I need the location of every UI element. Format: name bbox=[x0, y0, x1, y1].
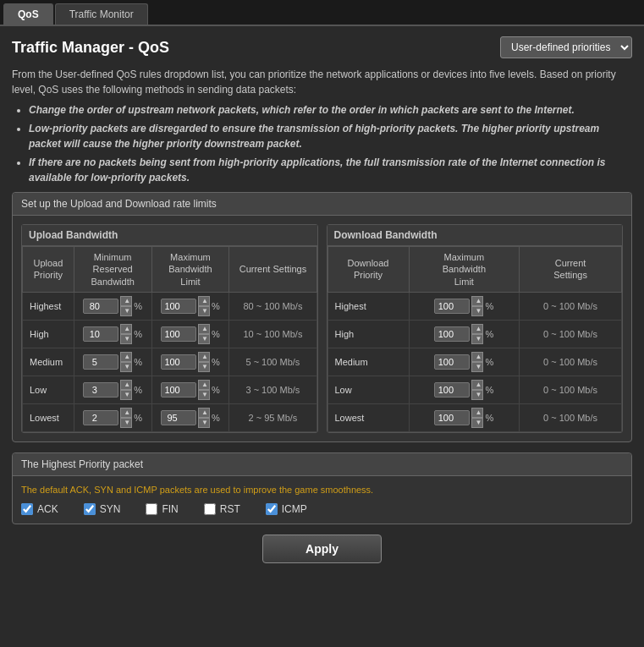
download-max-bw-up[interactable]: ▲ bbox=[471, 352, 483, 362]
upload-max-bw-input[interactable] bbox=[161, 299, 196, 314]
checkbox-icmp[interactable] bbox=[266, 503, 278, 515]
download-row: High ▲ ▼ % 0 ~ 100 Mb/s bbox=[328, 320, 622, 348]
download-max-bw-input[interactable] bbox=[434, 299, 470, 314]
checkbox-item-icmp: ICMP bbox=[266, 503, 307, 515]
upload-min-bw-input[interactable] bbox=[83, 354, 118, 370]
upload-min-bw-down[interactable]: ▼ bbox=[120, 362, 132, 372]
download-max-bw-down[interactable]: ▼ bbox=[471, 306, 483, 316]
download-row: Highest ▲ ▼ % 0 ~ 100 Mb/s bbox=[328, 292, 622, 320]
upload-max-bw-btns: ▲ ▼ bbox=[198, 380, 210, 400]
header-row: Traffic Manager - QoS User-defined prior… bbox=[12, 36, 632, 58]
upload-max-bw-down[interactable]: ▼ bbox=[198, 418, 210, 428]
upload-max-bw-btns: ▲ ▼ bbox=[198, 296, 210, 316]
download-max-bw-input[interactable] bbox=[434, 410, 470, 425]
page-title: Traffic Manager - QoS bbox=[12, 39, 169, 57]
priority-packet-body: The default ACK, SYN and ICMP packets ar… bbox=[13, 476, 631, 524]
download-max-bw-input[interactable] bbox=[434, 326, 470, 342]
upload-current-settings: 3 ~ 100 Mb/s bbox=[229, 376, 316, 403]
download-current-settings: 0 ~ 100 Mb/s bbox=[520, 348, 622, 376]
upload-max-bw-up[interactable]: ▲ bbox=[198, 380, 210, 390]
upload-min-bw-cell: ▲ ▼ % bbox=[74, 320, 151, 348]
upload-priority-label: Medium bbox=[23, 348, 74, 376]
download-max-bw-down[interactable]: ▼ bbox=[471, 390, 483, 400]
download-max-bw-percent: % bbox=[485, 329, 493, 339]
download-max-bw-spinner: ▲ ▼ % bbox=[434, 380, 493, 400]
download-max-bw-up[interactable]: ▲ bbox=[471, 408, 483, 418]
upload-max-bw-percent: % bbox=[212, 413, 220, 423]
checkbox-item-rst: RST bbox=[204, 503, 240, 515]
checkbox-ack[interactable] bbox=[21, 503, 33, 515]
upload-row: Lowest ▲ ▼ % ▲ ▼ % bbox=[23, 403, 317, 431]
upload-min-bw-up[interactable]: ▲ bbox=[120, 380, 132, 390]
download-max-bw-down[interactable]: ▼ bbox=[471, 334, 483, 344]
download-max-bw-btns: ▲ ▼ bbox=[471, 324, 483, 344]
upload-min-bw-down[interactable]: ▼ bbox=[120, 306, 132, 316]
upload-max-bw-down[interactable]: ▼ bbox=[198, 306, 210, 316]
upload-min-bw-down[interactable]: ▼ bbox=[120, 390, 132, 400]
upload-max-bw-up[interactable]: ▲ bbox=[198, 352, 210, 362]
upload-min-bw-input[interactable] bbox=[83, 410, 118, 425]
description-list: Change the order of upstream network pac… bbox=[29, 102, 632, 185]
download-max-bw-spinner: ▲ ▼ % bbox=[434, 408, 493, 428]
upload-max-bw-up[interactable]: ▲ bbox=[198, 296, 210, 306]
checkbox-item-fin: FIN bbox=[146, 503, 178, 515]
upload-table: UploadPriority MinimumReservedBandwidth … bbox=[22, 246, 317, 432]
apply-button[interactable]: Apply bbox=[262, 535, 382, 563]
download-priority-label: Highest bbox=[328, 292, 409, 320]
download-max-bw-cell: ▲ ▼ % bbox=[409, 403, 520, 431]
upload-min-bw-up[interactable]: ▲ bbox=[120, 324, 132, 334]
checkbox-rst[interactable] bbox=[204, 503, 216, 515]
download-max-bw-up[interactable]: ▲ bbox=[471, 324, 483, 334]
upload-max-bw-btns: ▲ ▼ bbox=[198, 408, 210, 428]
upload-priority-label: Highest bbox=[23, 292, 74, 320]
upload-max-bw-input[interactable] bbox=[161, 382, 196, 398]
download-max-bw-input[interactable] bbox=[434, 354, 470, 370]
upload-min-bw-input[interactable] bbox=[83, 382, 118, 398]
upload-min-bw-down[interactable]: ▼ bbox=[120, 334, 132, 344]
checkbox-syn[interactable] bbox=[84, 503, 96, 515]
tab-qos[interactable]: QoS bbox=[3, 3, 53, 25]
download-col-priority: DownloadPriority bbox=[328, 247, 409, 293]
priority-packet-header: The Highest Priority packet bbox=[13, 453, 631, 476]
upload-min-bw-spinner: ▲ ▼ % bbox=[83, 408, 142, 428]
upload-max-bw-input[interactable] bbox=[161, 326, 196, 342]
download-max-bw-input[interactable] bbox=[434, 382, 470, 398]
upload-min-bw-btns: ▲ ▼ bbox=[120, 296, 132, 316]
checkbox-label-syn: SYN bbox=[100, 503, 121, 515]
upload-max-bw-input[interactable] bbox=[161, 354, 196, 370]
upload-max-bw-cell: ▲ ▼ % bbox=[151, 348, 229, 376]
upload-min-bw-input[interactable] bbox=[83, 326, 118, 342]
upload-min-bw-up[interactable]: ▲ bbox=[120, 352, 132, 362]
download-max-bw-cell: ▲ ▼ % bbox=[409, 348, 520, 376]
upload-max-bw-down[interactable]: ▼ bbox=[198, 390, 210, 400]
upload-max-bw-percent: % bbox=[212, 385, 220, 395]
upload-max-bw-down[interactable]: ▼ bbox=[198, 362, 210, 372]
checkbox-label-icmp: ICMP bbox=[282, 503, 307, 515]
upload-max-bw-spinner: ▲ ▼ % bbox=[161, 380, 220, 400]
upload-max-bw-cell: ▲ ▼ % bbox=[151, 376, 229, 403]
download-max-bw-up[interactable]: ▲ bbox=[471, 296, 483, 306]
upload-min-bw-input[interactable] bbox=[83, 299, 118, 314]
upload-max-bw-down[interactable]: ▼ bbox=[198, 334, 210, 344]
download-max-bw-down[interactable]: ▼ bbox=[471, 418, 483, 428]
upload-max-bw-up[interactable]: ▲ bbox=[198, 324, 210, 334]
checkbox-fin[interactable] bbox=[146, 503, 157, 515]
upload-row: High ▲ ▼ % ▲ ▼ % bbox=[23, 320, 317, 348]
priority-dropdown[interactable]: User-defined priorities bbox=[500, 36, 632, 58]
description-intro: From the User-defined QoS rules dropdown… bbox=[12, 67, 632, 97]
download-max-bw-up[interactable]: ▲ bbox=[471, 380, 483, 390]
upload-current-settings: 80 ~ 100 Mb/s bbox=[229, 292, 316, 320]
main-content: Traffic Manager - QoS User-defined prior… bbox=[0, 26, 644, 580]
checkbox-label-fin: FIN bbox=[162, 503, 178, 515]
upload-min-bw-up[interactable]: ▲ bbox=[120, 296, 132, 306]
download-max-bw-spinner: ▲ ▼ % bbox=[434, 352, 493, 372]
upload-min-bw-down[interactable]: ▼ bbox=[120, 418, 132, 428]
download-max-bw-btns: ▲ ▼ bbox=[471, 408, 483, 428]
upload-bandwidth-panel: Upload Bandwidth UploadPriority MinimumR… bbox=[21, 224, 318, 433]
upload-max-bw-input[interactable] bbox=[161, 410, 196, 425]
upload-max-bw-percent: % bbox=[212, 357, 220, 367]
upload-max-bw-up[interactable]: ▲ bbox=[198, 408, 210, 418]
tab-traffic-monitor[interactable]: Traffic Monitor bbox=[55, 3, 148, 25]
upload-min-bw-up[interactable]: ▲ bbox=[120, 408, 132, 418]
download-max-bw-down[interactable]: ▼ bbox=[471, 362, 483, 372]
